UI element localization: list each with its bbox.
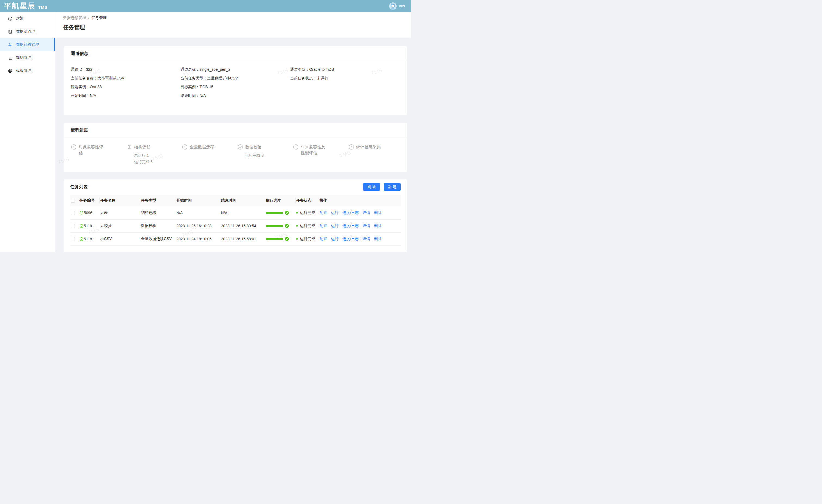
exclamation-circle-icon xyxy=(182,144,188,150)
step-substatus: 未运行:1 运行完成:3 xyxy=(134,152,153,165)
col-progress: 执行进度 xyxy=(265,195,296,206)
sidebar-item-label: 模版管理 xyxy=(16,68,31,73)
delete-link[interactable]: 删除 xyxy=(374,236,382,241)
channel-info-title: 通道信息 xyxy=(71,51,88,56)
row-checkbox[interactable] xyxy=(71,224,75,228)
channel-id-field: 通道ID：322 xyxy=(71,67,180,72)
user-menu[interactable]: tms xyxy=(389,2,405,10)
sidebar-item-data-migration[interactable]: 数据迁移管理 xyxy=(0,38,55,51)
step-object-compatibility: 对象兼容性评估 xyxy=(71,144,126,165)
configure-link[interactable]: 配置 xyxy=(320,210,327,215)
top-header: 平凯星辰 TMS tms xyxy=(0,0,411,12)
col-task-type: 任务类型 xyxy=(140,195,176,206)
status-dot xyxy=(296,225,298,227)
product-name: TMS xyxy=(38,5,48,10)
channel-name-field: 通道名称：single_soe_pen_2 xyxy=(180,67,290,72)
breadcrumb-separator: / xyxy=(88,16,89,20)
edit-pencil-icon xyxy=(8,55,13,60)
task-id: 5119 xyxy=(84,224,92,228)
globe-icon xyxy=(8,69,13,73)
task-success-icon xyxy=(79,210,83,215)
task-table: 任务编号 任务名称 任务类型 开始时间 结束时间 执行进度 任务状态 操作 xyxy=(70,195,401,246)
check-circle-icon xyxy=(237,144,243,150)
current-task-name-field: 当前任务名称：大小写测试CSV xyxy=(71,76,180,80)
step-statistics-collection: 统计信息采集 xyxy=(348,144,381,165)
table-header-row: 任务编号 任务名称 任务类型 开始时间 结束时间 执行进度 任务状态 操作 xyxy=(70,195,401,206)
status-badge: 运行完成 xyxy=(300,236,315,241)
row-checkbox[interactable] xyxy=(71,211,75,215)
user-avatar[interactable] xyxy=(389,2,397,10)
row-checkbox[interactable] xyxy=(71,237,75,241)
step-sql-compatibility: SQL兼容性及 性能评估 xyxy=(293,144,348,165)
task-list-card: 任务列表 刷 新 新 建 xyxy=(64,179,407,252)
progress-log-link[interactable]: 进度/日志 xyxy=(342,223,359,228)
task-success-icon xyxy=(79,237,83,241)
task-name: 大校验 xyxy=(100,219,140,232)
task-end: 2023-11-26 16:30:54 xyxy=(221,219,265,232)
task-name: 大表 xyxy=(100,206,140,219)
refresh-button[interactable]: 刷 新 xyxy=(363,183,380,191)
details-link[interactable]: 详情 xyxy=(363,210,370,215)
sidebar-item-label: 规则管理 xyxy=(16,55,31,60)
sidebar-nav: 欢迎 数据源管理 xyxy=(0,12,55,252)
progress-success-icon xyxy=(285,237,289,241)
status-badge: 运行完成 xyxy=(300,223,315,228)
select-all-checkbox[interactable] xyxy=(71,199,75,203)
channel-info-card: 通道信息 通道ID：322 通道名称：single_soe_pen_2 通道类型… xyxy=(64,46,407,115)
step-structure-migration: 结构迁移 未运行:1 运行完成:3 xyxy=(126,144,182,165)
progress-bar xyxy=(266,210,294,215)
progress-log-link[interactable]: 进度/日志 xyxy=(342,210,359,215)
sidebar-item-label: 数据源管理 xyxy=(16,29,35,34)
smile-icon xyxy=(8,16,13,21)
status-badge: 运行完成 xyxy=(300,210,315,215)
sidebar-item-templates[interactable]: 模版管理 xyxy=(0,64,55,77)
task-name: 小CSV xyxy=(100,232,140,245)
task-success-icon xyxy=(79,224,83,228)
current-task-type-field: 当前任务类型：全量数据迁移CSV xyxy=(180,76,290,80)
exclamation-circle-icon xyxy=(348,144,354,150)
exclamation-circle-icon xyxy=(293,144,299,150)
page-header: 数据迁移管理 / 任务管理 任务管理 xyxy=(55,12,411,38)
transfer-arrows-icon xyxy=(8,42,13,47)
table-row: 5096 大表 结构迁移 N/A N/A xyxy=(70,206,401,219)
col-task-id: 任务编号 xyxy=(79,195,100,206)
database-icon xyxy=(8,29,13,34)
task-type: 全量数据迁移CSV xyxy=(140,232,176,245)
process-progress-card: 流程进度 对象兼容性评估 xyxy=(64,123,407,172)
progress-bar xyxy=(266,237,294,241)
configure-link[interactable]: 配置 xyxy=(320,236,327,241)
sidebar-item-label: 欢迎 xyxy=(16,16,24,21)
progress-success-icon xyxy=(285,210,289,215)
mascot-avatar-icon xyxy=(389,2,397,10)
channel-type-field: 通道类型：Oracle to TiDB xyxy=(290,67,400,72)
progress-success-icon xyxy=(285,224,289,228)
details-link[interactable]: 详情 xyxy=(363,223,370,228)
task-id: 5118 xyxy=(84,237,92,241)
run-link[interactable]: 运行 xyxy=(331,236,339,241)
details-link[interactable]: 详情 xyxy=(363,236,370,241)
table-row: 5118 小CSV 全量数据迁移CSV 2023-11-24 18:10:05 … xyxy=(70,232,401,245)
sidebar-item-rules[interactable]: 规则管理 xyxy=(0,51,55,64)
source-instance-field: 源端实例：Ora-33 xyxy=(71,84,180,89)
sidebar-item-welcome[interactable]: 欢迎 xyxy=(0,12,55,25)
configure-link[interactable]: 配置 xyxy=(320,223,327,228)
process-progress-title: 流程进度 xyxy=(71,128,88,132)
step-full-data-migration: 全量数据迁移 xyxy=(182,144,237,165)
run-link[interactable]: 运行 xyxy=(331,223,339,228)
current-task-status-field: 当前任务状态：未运行 xyxy=(290,76,400,80)
breadcrumb: 数据迁移管理 / 任务管理 xyxy=(63,16,411,20)
brand-logo: 平凯星辰 xyxy=(4,2,35,10)
progress-log-link[interactable]: 进度/日志 xyxy=(342,236,359,241)
run-link[interactable]: 运行 xyxy=(331,210,339,215)
exclamation-circle-icon xyxy=(71,144,77,150)
hourglass-icon xyxy=(126,144,132,150)
create-button[interactable]: 新 建 xyxy=(384,183,401,191)
task-id: 5096 xyxy=(84,210,92,215)
delete-link[interactable]: 删除 xyxy=(374,210,382,215)
target-instance-field: 目标实例：TiDB-15 xyxy=(180,84,290,89)
task-end: 2023-11-26 15:58:01 xyxy=(221,232,265,245)
sidebar-item-datasource[interactable]: 数据源管理 xyxy=(0,25,55,38)
delete-link[interactable]: 删除 xyxy=(374,223,382,228)
status-dot xyxy=(296,238,298,240)
breadcrumb-parent[interactable]: 数据迁移管理 xyxy=(63,16,86,20)
